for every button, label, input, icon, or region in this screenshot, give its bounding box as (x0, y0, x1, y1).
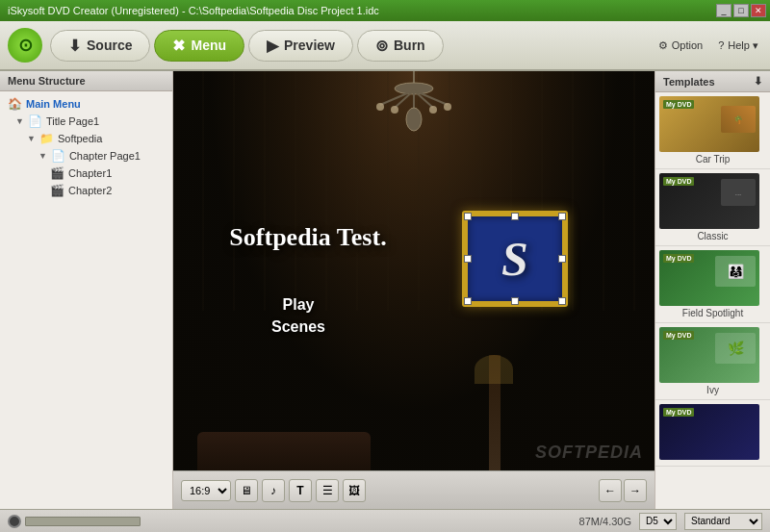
selection-handle-tc[interactable] (511, 213, 519, 220)
text-icon: T (296, 484, 303, 497)
svg-point-10 (429, 106, 437, 114)
center-panel: Softpedia Test. Play Scenes S (173, 71, 654, 509)
image-tool-button[interactable]: 🖼 (343, 479, 366, 502)
template-field-spotlight[interactable]: My DVD 👨‍👩‍👧 Field Spotlight (655, 246, 770, 323)
right-panel: Templates ⬇ My DVD 🌴 Car Trip My DVD ... (654, 71, 770, 509)
title-page1-label: Title Page1 (46, 115, 99, 127)
next-button[interactable]: → (624, 479, 647, 502)
expand-icon: ▼ (15, 116, 24, 126)
prev-button[interactable]: ← (599, 479, 622, 502)
svg-point-7 (376, 103, 384, 111)
selection-handle-br[interactable] (558, 297, 566, 305)
selection-handle-bc[interactable] (511, 297, 519, 305)
classic-label: Classic (659, 231, 766, 241)
templates-label: Templates (663, 76, 715, 88)
tree-item-chapter-page1[interactable]: ▼ 📄 Chapter Page1 (4, 147, 168, 165)
selection-handle-mr[interactable] (558, 255, 566, 263)
tree-item-title-page1[interactable]: ▼ 📄 Title Page1 (4, 113, 168, 130)
sofa-decoration (197, 432, 371, 470)
text-tool-button[interactable]: T (289, 479, 312, 502)
template-car-trip[interactable]: My DVD 🌴 Car Trip (655, 92, 770, 169)
tree-container: 🏠 Main Menu ▼ 📄 Title Page1 ▼ 📁 Softpedi… (0, 91, 172, 203)
preview-toolbar: 16:9 4:3 🖥 ♪ T ☰ 🖼 ← (173, 470, 654, 509)
close-button[interactable]: ✕ (751, 4, 766, 17)
templates-list: My DVD 🌴 Car Trip My DVD ... Classic My (655, 92, 770, 507)
tree-item-chapter1[interactable]: 🎬 Chapter1 (4, 165, 168, 182)
chapter1-label: Chapter1 (68, 167, 112, 179)
help-button[interactable]: ? Help ▾ (714, 38, 762, 54)
music-tool-button[interactable]: ♪ (262, 479, 285, 502)
tree-item-softpedia[interactable]: ▼ 📁 Softpedia (4, 130, 168, 147)
maximize-button[interactable]: □ (733, 4, 749, 17)
svg-point-8 (444, 103, 451, 111)
templates-header: Templates ⬇ (655, 71, 770, 92)
tab-burn[interactable]: ⊚ Burn (357, 30, 444, 62)
chapter2-icon: 🎬 (50, 184, 64, 197)
tree-item-chapter2[interactable]: 🎬 Chapter2 (4, 182, 168, 199)
status-right: 87M/4.30G D5 D9 Standard High Quality Cu… (579, 513, 762, 530)
tab-preview-label: Preview (284, 38, 335, 53)
toolbar-right: ⚙ Option ? Help ▾ (654, 38, 762, 54)
disc-type-select[interactable]: D5 D9 (639, 513, 677, 530)
folder-icon: 📁 (39, 132, 54, 145)
template-5[interactable]: My DVD (655, 400, 770, 467)
home-icon: 🏠 (8, 97, 22, 111)
menu-title: Softpedia Test. (229, 223, 386, 252)
tree-item-main-menu[interactable]: 🏠 Main Menu (4, 95, 168, 113)
chapter2-label: Chapter2 (68, 185, 112, 196)
car-trip-label: Car Trip (659, 154, 766, 165)
selection-handle-ml[interactable] (464, 255, 472, 263)
option-button[interactable]: ⚙ Option (654, 38, 706, 54)
menu-structure-header: Menu Structure (0, 71, 172, 91)
toolbar: ⊙ ⬇ Source ✖ Menu ▶ Preview ⊚ Burn ⚙ Opt… (0, 21, 770, 71)
title-bar: iSkysoft DVD Creator (Unregistered) - C:… (0, 0, 770, 21)
tab-burn-label: Burn (394, 38, 425, 53)
minimize-button[interactable]: _ (716, 4, 732, 17)
preview-area[interactable]: Softpedia Test. Play Scenes S (173, 71, 654, 470)
menu-icon: ✖ (172, 37, 185, 55)
main-menu-label: Main Menu (26, 98, 81, 110)
title-bar-controls: _ □ ✕ (716, 4, 766, 17)
title-bar-title: iSkysoft DVD Creator (Unregistered) - C:… (4, 5, 716, 16)
tab-menu-label: Menu (191, 38, 226, 53)
selection-handle-tr[interactable] (558, 213, 566, 220)
chapter1-icon: 🎬 (50, 166, 64, 180)
nav-tabs: ⬇ Source ✖ Menu ▶ Preview ⊚ Burn (50, 30, 654, 62)
left-panel: Menu Structure 🏠 Main Menu ▼ 📄 Title Pag… (0, 71, 173, 509)
chapters-tool-button[interactable]: ☰ (316, 479, 339, 502)
page-icon: 📄 (28, 114, 42, 128)
image-icon: 🖼 (348, 484, 360, 497)
download-icon[interactable]: ⬇ (754, 75, 762, 88)
status-left (8, 515, 572, 528)
burn-icon: ⊚ (375, 37, 388, 55)
tab-source-label: Source (87, 38, 132, 53)
main-content: Menu Structure 🏠 Main Menu ▼ 📄 Title Pag… (0, 71, 770, 509)
svg-point-12 (406, 108, 422, 131)
field-spotlight-label: Field Spotlight (659, 308, 766, 318)
thumbnail-frame[interactable]: S (462, 211, 568, 307)
chapter-page-icon: 📄 (51, 149, 65, 163)
screen-tool-button[interactable]: 🖥 (235, 479, 258, 502)
template-thumb-car-trip: My DVD 🌴 (659, 96, 759, 152)
tab-preview[interactable]: ▶ Preview (248, 30, 353, 62)
floor-lamp-decoration (489, 355, 500, 470)
app-logo: ⊙ (8, 28, 42, 63)
svg-line-2 (380, 90, 414, 105)
quality-select[interactable]: Standard High Quality Custom (684, 513, 762, 530)
music-icon: ♪ (270, 484, 276, 497)
template-classic[interactable]: My DVD ... Classic (655, 169, 770, 246)
template-thumb-field: My DVD 👨‍👩‍👧 (659, 250, 759, 306)
template-ivy[interactable]: My DVD 🌿 Ivy (655, 323, 770, 400)
softpedia-label: Softpedia (58, 133, 102, 144)
thumb-letter: S (501, 231, 528, 287)
selection-handle-bl[interactable] (464, 297, 472, 305)
template-thumb-ivy: My DVD 🌿 (659, 327, 759, 383)
aspect-ratio-select[interactable]: 16:9 4:3 (181, 480, 231, 501)
expand-icon-2: ▼ (27, 134, 36, 143)
menu-background: Softpedia Test. Play Scenes S (173, 71, 654, 470)
tab-menu[interactable]: ✖ Menu (154, 30, 244, 62)
tab-source[interactable]: ⬇ Source (50, 30, 150, 62)
selection-handle-tl[interactable] (464, 213, 472, 220)
help-label: Help ▾ (728, 39, 758, 52)
arrow-right-icon: → (629, 484, 641, 497)
